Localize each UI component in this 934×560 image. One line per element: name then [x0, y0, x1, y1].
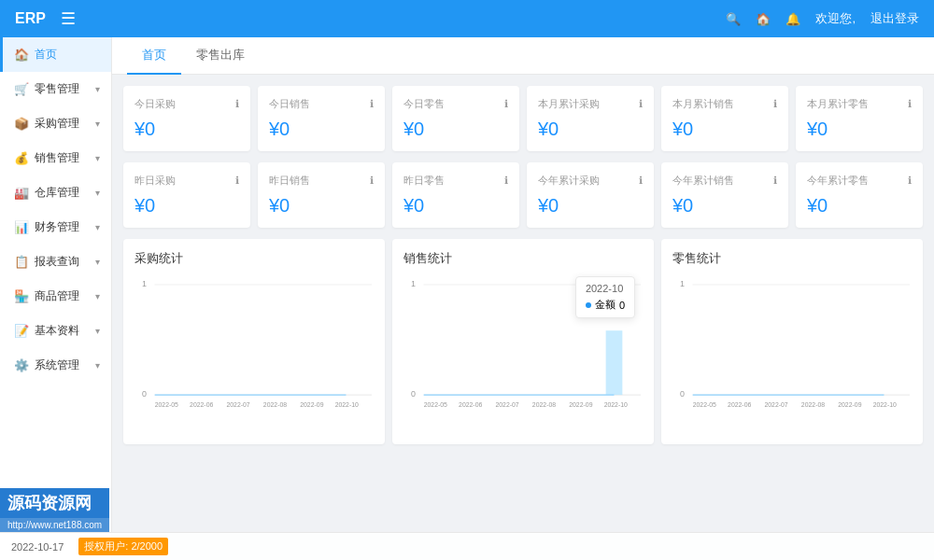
- svg-text:2022-08: 2022-08: [263, 401, 287, 408]
- sidebar-item-sales[interactable]: 💰 销售管理 ▾: [0, 141, 111, 175]
- svg-text:2022-09: 2022-09: [569, 401, 592, 408]
- chart-tooltip: 2022-10 金额 0: [575, 276, 635, 318]
- svg-text:2022-05: 2022-05: [155, 401, 178, 408]
- info-icon[interactable]: ℹ: [773, 98, 777, 110]
- stat-value: ¥0: [403, 119, 508, 140]
- svg-text:2022-10: 2022-10: [335, 401, 359, 408]
- stat-label: 本月累计零售: [807, 97, 869, 111]
- svg-text:1: 1: [680, 279, 685, 288]
- info-icon[interactable]: ℹ: [773, 175, 777, 187]
- stat-label: 今年累计采购: [538, 174, 600, 188]
- sidebar-label-warehouse: 仓库管理: [35, 185, 79, 201]
- stat-label: 昨日零售: [403, 174, 445, 188]
- stat-month-retail: 本月累计零售 ℹ ¥0: [796, 86, 923, 151]
- stat-label: 今日销售: [269, 97, 310, 111]
- sidebar-label-merchant: 商品管理: [35, 288, 79, 304]
- sidebar: 🏠 首页 🛒 零售管理 ▾ 📦 采购管理 ▾ 💰 销售管理 ▾: [0, 37, 112, 560]
- info-icon[interactable]: ℹ: [639, 98, 643, 110]
- svg-text:2022-06: 2022-06: [459, 401, 482, 408]
- purchase-chart-container: 1 0 2022-05 2022-06 2022-07 2022-08 2022…: [134, 274, 374, 433]
- sales-chart-title: 销售统计: [403, 250, 643, 267]
- app-header: ERP ☰ 🔍 🏠 🔔 欢迎您, 退出登录: [0, 0, 934, 37]
- logout-button[interactable]: 退出登录: [870, 10, 919, 27]
- retail-nav-icon: 🛒: [14, 82, 29, 96]
- sidebar-item-warehouse[interactable]: 🏭 仓库管理 ▾: [0, 175, 111, 210]
- sidebar-label-system: 系统管理: [35, 357, 79, 373]
- app-logo: ERP: [15, 10, 46, 27]
- chevron-down-icon-9: ▾: [95, 360, 100, 371]
- stat-value: ¥0: [269, 119, 374, 140]
- chevron-down-icon: ▾: [95, 84, 100, 94]
- charts-row: 采购统计 1 0 2022-05 2022-06 2022-07 2022-08: [112, 239, 934, 455]
- sidebar-item-reports[interactable]: 📋 报表查询 ▾: [0, 245, 111, 279]
- stat-value: ¥0: [403, 195, 508, 217]
- authorized-badge: 授权用户: 2/2000: [78, 538, 168, 555]
- stat-value: ¥0: [134, 119, 239, 140]
- stat-label: 昨日采购: [134, 174, 176, 188]
- chevron-down-icon-7: ▾: [95, 291, 100, 301]
- svg-text:2022-07: 2022-07: [764, 401, 787, 408]
- stat-label: 本月累计销售: [672, 97, 734, 111]
- sidebar-item-retail[interactable]: 🛒 零售管理 ▾: [0, 72, 111, 106]
- purchase-chart-card: 采购统计 1 0 2022-05 2022-06 2022-07 2022-08: [123, 239, 385, 444]
- search-icon[interactable]: 🔍: [726, 12, 741, 26]
- tooltip-dot-icon: [586, 302, 591, 308]
- info-icon[interactable]: ℹ: [370, 98, 374, 110]
- stat-today-purchase: 今日采购 ℹ ¥0: [123, 86, 250, 151]
- svg-text:2022-07: 2022-07: [495, 401, 518, 408]
- stat-label: 本月累计采购: [538, 97, 600, 111]
- info-icon[interactable]: ℹ: [235, 175, 239, 187]
- tooltip-date: 2022-10: [586, 283, 625, 294]
- stat-month-purchase: 本月累计采购 ℹ ¥0: [527, 86, 654, 151]
- menu-toggle-icon[interactable]: ☰: [61, 8, 76, 29]
- merchant-nav-icon: 🏪: [14, 289, 29, 303]
- bottom-date: 2022-10-17: [11, 541, 64, 553]
- info-icon[interactable]: ℹ: [639, 175, 643, 187]
- sidebar-item-system[interactable]: ⚙️ 系统管理 ▾: [0, 348, 111, 383]
- chevron-down-icon-2: ▾: [95, 119, 100, 129]
- bell-icon[interactable]: 🔔: [785, 12, 800, 26]
- info-icon[interactable]: ℹ: [908, 175, 912, 187]
- svg-text:2022-05: 2022-05: [693, 401, 716, 408]
- svg-text:1: 1: [142, 279, 147, 288]
- svg-text:2022-09: 2022-09: [300, 401, 323, 408]
- sidebar-item-purchase[interactable]: 📦 采购管理 ▾: [0, 106, 111, 141]
- home-icon[interactable]: 🏠: [756, 12, 771, 26]
- tooltip-value: 0: [619, 300, 625, 311]
- info-icon[interactable]: ℹ: [504, 175, 508, 187]
- purchase-nav-icon: 📦: [14, 117, 29, 131]
- purchase-chart-svg: 1 0 2022-05 2022-06 2022-07 2022-08 2022…: [134, 274, 374, 410]
- sidebar-label-sales: 销售管理: [35, 150, 79, 166]
- tab-home[interactable]: 首页: [127, 37, 181, 75]
- stats-row-2: 昨日采购 ℹ ¥0 昨日销售 ℹ ¥0 昨日零售 ℹ ¥0: [112, 162, 934, 239]
- sidebar-label-finance: 财务管理: [35, 219, 79, 235]
- chevron-down-icon-6: ▾: [95, 257, 100, 267]
- tab-retail-out[interactable]: 零售出库: [181, 37, 260, 75]
- sidebar-item-basic[interactable]: 📝 基本资料 ▾: [0, 314, 111, 348]
- info-icon[interactable]: ℹ: [908, 98, 912, 110]
- sidebar-item-finance[interactable]: 📊 财务管理 ▾: [0, 210, 111, 245]
- svg-text:2022-08: 2022-08: [532, 401, 556, 408]
- stat-value: ¥0: [807, 119, 912, 140]
- svg-text:2022-07: 2022-07: [226, 401, 249, 408]
- sidebar-label-basic: 基本资料: [35, 323, 79, 339]
- stat-yest-purchase: 昨日采购 ℹ ¥0: [123, 162, 250, 228]
- retail-chart-container: 1 0 2022-05 2022-06 2022-07 2022-08 2022…: [672, 274, 912, 433]
- sidebar-label-reports: 报表查询: [35, 254, 79, 270]
- sidebar-item-merchant[interactable]: 🏪 商品管理 ▾: [0, 279, 111, 314]
- stat-value: ¥0: [269, 195, 374, 217]
- chevron-down-icon-5: ▾: [95, 222, 100, 232]
- stat-value: ¥0: [672, 119, 777, 140]
- purchase-chart-title: 采购统计: [134, 250, 374, 267]
- stat-yest-sales: 昨日销售 ℹ ¥0: [258, 162, 385, 228]
- home-nav-icon: 🏠: [14, 48, 29, 62]
- welcome-text: 欢迎您,: [815, 10, 856, 27]
- info-icon[interactable]: ℹ: [235, 98, 239, 110]
- chevron-down-icon-8: ▾: [95, 326, 100, 336]
- sidebar-item-home[interactable]: 🏠 首页: [0, 37, 111, 72]
- info-icon[interactable]: ℹ: [370, 175, 374, 187]
- header-left: ERP ☰: [15, 8, 76, 29]
- svg-text:2022-09: 2022-09: [838, 401, 861, 408]
- info-icon[interactable]: ℹ: [504, 98, 508, 110]
- stat-label: 今日零售: [403, 97, 445, 111]
